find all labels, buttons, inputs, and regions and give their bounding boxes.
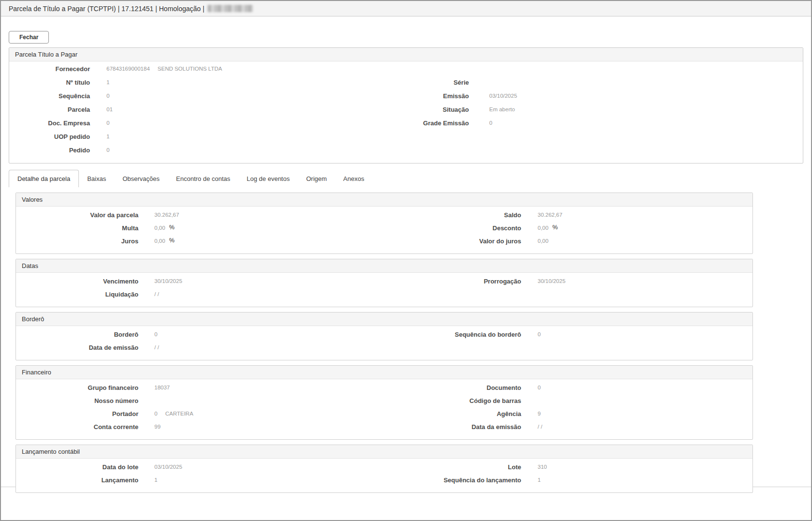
field-row-lote: Lote310	[384, 463, 752, 476]
field-label: UOP pedido	[9, 133, 90, 141]
tab-observacoes[interactable]: Observações	[114, 171, 168, 187]
field-row-data-de-emissao: Data de emissão/ /	[16, 343, 384, 357]
group-body: Vencimento30/10/2025Liquidação/ /Prorrog…	[16, 273, 752, 307]
field-value: 310	[538, 463, 547, 470]
field-row-grupo-financeiro: Grupo financeiro18037	[16, 384, 384, 397]
field-row-emissao: Emissão03/10/2025	[406, 92, 803, 105]
field-label: Data da emissão	[384, 423, 521, 431]
field-row-multa: Multa0,00%	[16, 224, 384, 237]
field-value: 67843169000184	[106, 65, 150, 72]
field-label: Lote	[384, 463, 521, 471]
field-value: 0	[538, 331, 541, 338]
field-label: Grade Emissão	[406, 119, 469, 127]
field-row-pedido: Pedido0	[9, 146, 406, 160]
group-body: Grupo financeiro18037Nosso númeroPortado…	[16, 379, 752, 439]
field-value: 0	[489, 119, 492, 126]
field-value: 0,00	[538, 238, 548, 244]
group-right-column: Sequência do borderô0	[384, 330, 752, 357]
field-value: 1	[538, 476, 541, 483]
group-financeiro: FinanceiroGrupo financeiro18037Nosso núm…	[15, 365, 753, 440]
field-value: 9	[538, 410, 541, 417]
field-row-situacao: SituaçãoEm aberto	[406, 105, 803, 119]
group-left-column: Grupo financeiro18037Nosso númeroPortado…	[16, 384, 384, 436]
field-value: 30.262,67	[538, 211, 562, 218]
field-row-portador: Portador0CARTEIRA	[16, 410, 384, 423]
close-button[interactable]: Fechar	[9, 31, 49, 44]
field-label: Multa	[16, 224, 138, 232]
field-value: 30/10/2025	[538, 278, 566, 284]
tab-log-de-eventos[interactable]: Log de eventos	[239, 171, 298, 187]
group-valores: ValoresValor da parcela30.262,67Multa0,0…	[15, 193, 753, 254]
tab-detalhe-da-parcela[interactable]: Detalhe da parcela	[9, 170, 79, 187]
panel-title: Parcela Título a Pagar	[9, 48, 803, 61]
field-label: Vencimento	[16, 277, 138, 285]
field-label: Grupo financeiro	[16, 384, 138, 392]
field-row-lancamento: Lançamento1	[16, 476, 384, 489]
field-value: 01	[106, 106, 113, 113]
tab-baixas[interactable]: Baixas	[79, 171, 114, 187]
group-body: Borderô0Data de emissão/ /Sequência do b…	[16, 326, 752, 360]
field-extra-value: SEND SOLUTIONS LTDA	[158, 65, 222, 72]
field-row-parcela: Parcela01	[9, 105, 406, 119]
window-title: Parcela de Título a Pagar (TCPTPI) | 17.…	[9, 5, 204, 13]
field-label: Desconto	[384, 224, 521, 232]
parcela-panel: Parcela Título a Pagar Fornecedor6784316…	[9, 47, 803, 164]
field-value: 0	[106, 92, 109, 99]
tab-encontro-de-contas[interactable]: Encontro de contas	[168, 171, 239, 187]
tab-content: ValoresValor da parcela30.262,67Multa0,0…	[15, 193, 753, 493]
field-label: Fornecedor	[9, 65, 90, 73]
field-row-data-da-emissao: Data da emissão/ /	[384, 423, 752, 436]
field-row-saldo: Saldo30.262,67	[384, 211, 752, 224]
spacer-row	[406, 65, 803, 78]
field-row-codigo-de-barras: Código de barras	[384, 397, 752, 410]
field-row-documento: Documento0	[384, 384, 752, 397]
field-row-sequencia-do-bordero: Sequência do borderô0	[384, 330, 752, 343]
field-label: Valor da parcela	[16, 211, 138, 219]
field-label: Emissão	[406, 92, 469, 100]
field-value: 1	[154, 476, 157, 483]
field-label: Sequência	[9, 92, 90, 100]
group-left-column: Valor da parcela30.262,67Multa0,00%Juros…	[16, 211, 384, 250]
field-value: 0	[538, 384, 541, 391]
field-row-bordero: Borderô0	[16, 330, 384, 343]
field-row-agencia: Agência9	[384, 410, 752, 423]
group-right-column: Lote310Sequência do lançamento1	[384, 463, 752, 489]
field-value: 1	[106, 79, 109, 86]
tab-anexos[interactable]: Anexos	[335, 171, 372, 187]
group-title: Borderô	[16, 313, 752, 326]
tab-origem[interactable]: Origem	[298, 171, 335, 187]
field-label: Sequência do borderô	[384, 330, 521, 339]
field-row-nosso-numero: Nosso número	[16, 397, 384, 410]
field-label: Código de barras	[384, 397, 521, 405]
field-value: 1	[106, 133, 109, 140]
field-label: Data de emissão	[16, 343, 138, 352]
group-right-column: Prorrogação30/10/2025	[384, 277, 752, 303]
group-title: Valores	[16, 193, 752, 207]
group-datas: DatasVencimento30/10/2025Liquidação/ /Pr…	[15, 259, 753, 307]
redacted-text	[208, 5, 253, 12]
field-row-fornecedor: Fornecedor67843169000184SEND SOLUTIONS L…	[9, 65, 406, 78]
field-row-doc-empresa: Doc. Empresa0	[9, 119, 406, 133]
field-value: 0,00	[154, 224, 165, 231]
content-area: Fechar Parcela Título a Pagar Fornecedor…	[1, 16, 811, 487]
field-value: 03/10/2025	[489, 92, 517, 99]
field-label: Portador	[16, 410, 138, 418]
field-label: Conta corrente	[16, 423, 138, 431]
field-row-desconto: Desconto0,00%	[384, 224, 752, 237]
field-row-n-titulo: Nº título1	[9, 78, 406, 92]
field-row-valor-da-parcela: Valor da parcela30.262,67	[16, 211, 384, 224]
panel-body: Fornecedor67843169000184SEND SOLUTIONS L…	[9, 61, 803, 163]
group-title: Datas	[16, 259, 752, 273]
panel-right-column: SérieEmissão03/10/2025SituaçãoEm abertoG…	[406, 65, 803, 160]
field-value: 30/10/2025	[154, 278, 182, 284]
field-row-grade-emissao: Grade Emissão0	[406, 119, 803, 133]
field-label: Situação	[406, 105, 469, 114]
field-label: Data do lote	[16, 463, 138, 471]
tab-bar: Detalhe da parcelaBaixasObservaçõesEncon…	[9, 169, 803, 187]
field-label: Liquidação	[16, 290, 138, 298]
field-value: / /	[538, 423, 542, 430]
field-row-sequencia: Sequência0	[9, 92, 406, 105]
field-row-conta-corrente: Conta corrente99	[16, 423, 384, 436]
group-lancamento-contabil: Lançamento contábilData do lote03/10/202…	[15, 445, 753, 493]
field-label: Agência	[384, 410, 521, 418]
